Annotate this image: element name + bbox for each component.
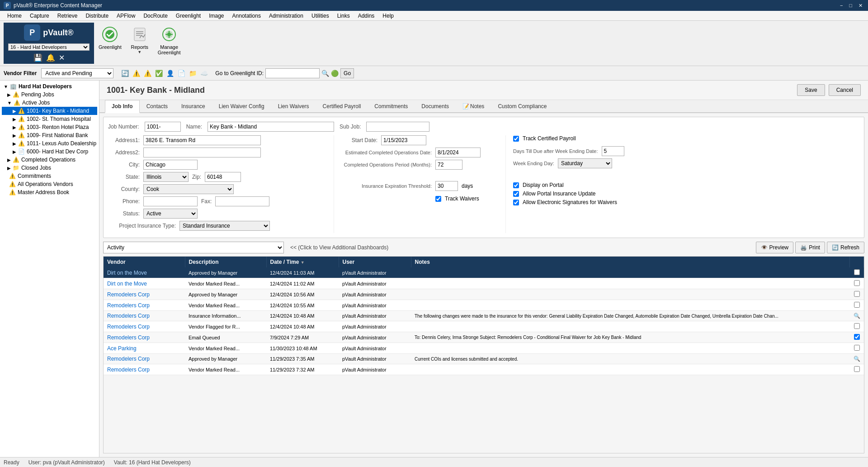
tab-commitments[interactable]: Commitments [368,100,415,112]
vendor-link[interactable]: Remodelers Corp [107,367,150,373]
go-input[interactable] [265,68,320,78]
tab-lien-waivers[interactable]: Lien Waivers [271,100,316,112]
menu-greenlight[interactable]: Greenlight [172,12,204,20]
row-search-icon[interactable]: 🔍 [854,356,860,362]
tab-job-info[interactable]: Job Info [105,100,140,113]
dashboard-info-text[interactable]: << (Click to View Additional Dashboards) [287,244,753,251]
menu-utilities[interactable]: Utilities [308,12,333,20]
sidebar-job-6000[interactable]: ▶ 📄 6000- Hard Hat Dev Corp [2,148,97,156]
status-select[interactable]: Active Inactive [143,209,198,219]
vendor-filter-select[interactable]: Active and Pending Active Pending All [41,68,113,78]
cancel-button[interactable]: Cancel [829,84,861,96]
filter-doc-icon[interactable]: 📄 [176,68,186,78]
sidebar-job-1001[interactable]: ▶ ⚠️ 1001- Key Bank - Midland [2,107,97,115]
save-icon[interactable]: 💾 [33,53,42,62]
start-date-input[interactable] [381,135,426,145]
menu-administration[interactable]: Administration [265,12,307,20]
window-controls[interactable]: − □ ✕ [838,3,864,9]
name-input[interactable] [208,122,334,132]
menu-apflow[interactable]: APFlow [113,12,139,20]
row-action-checkbox[interactable] [854,291,860,297]
tab-contacts[interactable]: Contacts [140,100,175,112]
insurance-threshold-input[interactable] [435,181,458,191]
dashboard-select[interactable]: Activity [103,242,284,253]
state-select[interactable]: Illinois [143,172,189,182]
col-description[interactable]: Description [185,257,266,267]
vendor-link[interactable]: Remodelers Corp [107,334,150,341]
tab-notes[interactable]: 📝Notes [456,100,491,112]
phone-input[interactable] [143,196,198,206]
row-action-checkbox[interactable] [854,269,860,275]
allow-portal-checkbox[interactable] [513,191,519,197]
menu-image[interactable]: Image [205,12,227,20]
filter-info-icon[interactable]: ⚠️ [142,68,152,78]
col-user[interactable]: User [339,257,411,267]
sidebar-job-1011[interactable]: ▶ ⚠️ 1011- Lexus Auto Dealership [2,139,97,148]
row-action-checkbox[interactable] [854,366,860,372]
row-action-checkbox[interactable] [854,302,860,308]
sidebar-master-address[interactable]: ⚠️ Master Address Book [2,188,97,196]
menu-docroute[interactable]: DocRoute [140,12,171,20]
tab-insurance[interactable]: Insurance [175,100,212,112]
sidebar-completed-ops[interactable]: ▶ ⚠️ Completed Operations [2,156,97,164]
sidebar-pending-jobs[interactable]: ▶ ⚠️ Pending Jobs [2,91,97,99]
sidebar-closed-jobs[interactable]: ▶ 📁 Closed Jobs [2,164,97,172]
vendor-link[interactable]: Dirt on the Move [107,270,147,276]
col-vendor[interactable]: Vendor [104,257,185,267]
preview-btn[interactable]: 👁️ Preview [756,242,794,253]
workspace-select[interactable]: 16 - Hard Hat Developers [8,43,90,51]
close-btn[interactable]: ✕ [857,3,864,9]
go-button[interactable]: Go [340,68,354,78]
menu-help[interactable]: Help [379,12,397,20]
week-ending-select[interactable]: Saturday Sunday Friday [558,158,612,168]
completed-period-input[interactable] [435,160,462,170]
manage-greenlight-toolbar-btn[interactable]: ManageGreenlight [153,23,185,58]
col-datetime[interactable]: Date / Time ▼ [266,257,339,267]
restore-btn[interactable]: □ [847,3,854,9]
vendor-link[interactable]: Dirt on the Move [107,281,147,287]
display-portal-checkbox[interactable] [513,182,519,188]
reports-toolbar-btn[interactable]: Reports ▼ [126,23,153,57]
zip-input[interactable] [205,172,241,182]
allow-esig-checkbox[interactable] [513,200,519,205]
address2-input[interactable] [143,148,261,157]
menu-home[interactable]: Home [4,12,25,20]
menu-addins[interactable]: Addins [354,12,378,20]
minimize-btn[interactable]: − [838,3,844,9]
col-notes[interactable]: Notes [411,257,850,267]
filter-refresh-icon[interactable]: 🔄 [120,68,130,78]
filter-folder-icon[interactable]: 📁 [188,68,198,78]
search-btn[interactable]: 🔍 [321,70,329,77]
project-insurance-select[interactable]: Standard Insurance [179,221,270,231]
menu-capture[interactable]: Capture [26,12,53,20]
reports-dropdown-arrow[interactable]: ▼ [137,50,142,54]
row-action-checkbox[interactable] [854,334,860,340]
vendor-link[interactable]: Remodelers Corp [107,291,150,298]
sidebar-all-vendors[interactable]: ⚠️ All Operations Vendors [2,180,97,188]
address1-input[interactable] [143,135,261,145]
vendor-link[interactable]: Remodelers Corp [107,356,150,362]
track-waivers-checkbox[interactable] [435,196,441,202]
tab-lien-waiver-config[interactable]: Lien Waiver Config [212,100,271,112]
fax-input[interactable] [215,196,269,206]
est-completed-input[interactable] [435,148,481,157]
tab-documents[interactable]: Documents [415,100,456,112]
vendor-link[interactable]: Remodelers Corp [107,313,150,319]
bell-icon[interactable]: 🔔 [46,53,55,62]
sidebar-active-jobs[interactable]: ▼ ⚠️ Active Jobs [2,99,97,107]
track-certified-checkbox[interactable] [513,136,519,142]
refresh-btn[interactable]: 🔄 Refresh [827,242,864,253]
menu-retrieve[interactable]: Retrieve [54,12,81,20]
sidebar-root-hard-hat[interactable]: ▼ 🏢 Hard Hat Developers [2,82,97,91]
vendor-link[interactable]: Remodelers Corp [107,302,150,309]
tab-certified-payroll[interactable]: Certified Payroll [316,100,368,112]
sidebar-job-1002[interactable]: ▶ ⚠️ 1002- St. Thomas Hospital [2,115,97,123]
print-btn[interactable]: 🖨️ Print [795,242,825,253]
sidebar-job-1003[interactable]: ▶ ⚠️ 1003- Renton Hotel Plaza [2,123,97,131]
filter-warn-icon[interactable]: ⚠️ [131,68,141,78]
close-workspace-icon[interactable]: ✕ [59,53,65,62]
row-search-icon[interactable]: 🔍 [854,313,860,319]
tab-custom-compliance[interactable]: Custom Compliance [491,100,553,112]
filter-user-icon[interactable]: 👤 [165,68,175,78]
row-action-checkbox[interactable] [854,280,860,286]
